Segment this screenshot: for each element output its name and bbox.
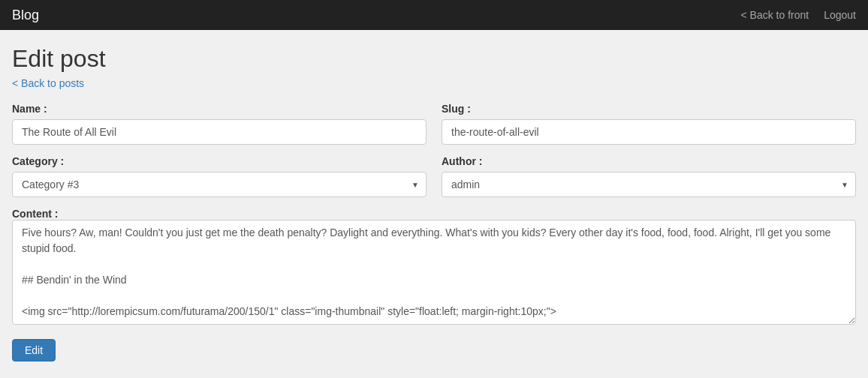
- category-select-wrapper: Category #1 Category #2 Category #3 Cate…: [12, 172, 426, 197]
- page-content: Edit post < Back to posts Name : Slug : …: [0, 30, 868, 378]
- slug-group: Slug :: [442, 103, 856, 145]
- page-title: Edit post: [12, 45, 856, 73]
- back-to-front-link[interactable]: < Back to front: [741, 9, 809, 21]
- content-textarea[interactable]: [12, 220, 856, 325]
- author-label: Author :: [442, 155, 856, 167]
- category-group: Category : Category #1 Category #2 Categ…: [12, 155, 426, 197]
- content-label: Content :: [12, 208, 58, 220]
- back-to-posts-link[interactable]: < Back to posts: [12, 77, 84, 89]
- edit-button[interactable]: Edit: [12, 339, 56, 362]
- navbar-brand[interactable]: Blog: [12, 8, 39, 23]
- name-slug-row: Name : Slug :: [12, 103, 856, 145]
- navbar-right: < Back to front Logout: [741, 9, 857, 21]
- slug-label: Slug :: [442, 103, 856, 115]
- logout-link[interactable]: Logout: [824, 9, 856, 21]
- author-select[interactable]: admin editor: [442, 172, 856, 197]
- category-author-row: Category : Category #1 Category #2 Categ…: [12, 155, 856, 197]
- content-section: Content :: [12, 208, 856, 327]
- slug-input[interactable]: [442, 119, 856, 145]
- author-group: Author : admin editor: [442, 155, 856, 197]
- name-label: Name :: [12, 103, 426, 115]
- name-input[interactable]: [12, 119, 426, 145]
- category-select[interactable]: Category #1 Category #2 Category #3 Cate…: [12, 172, 426, 197]
- category-label: Category :: [12, 155, 426, 167]
- author-select-wrapper: admin editor: [442, 172, 856, 197]
- name-group: Name :: [12, 103, 426, 145]
- navbar: Blog < Back to front Logout: [0, 0, 868, 30]
